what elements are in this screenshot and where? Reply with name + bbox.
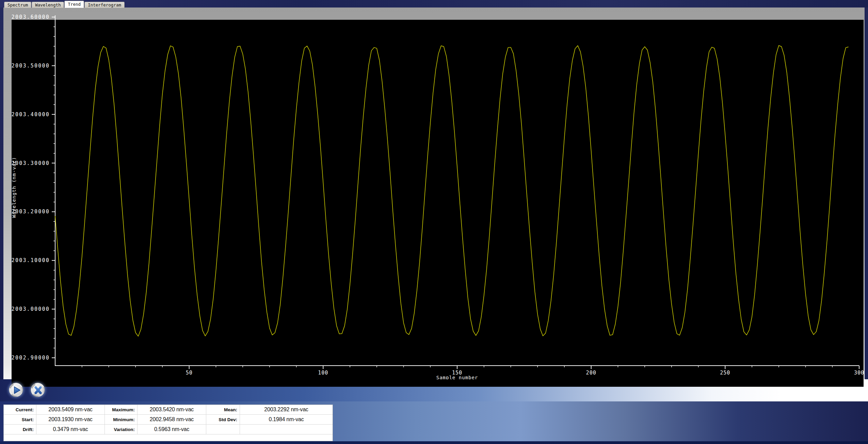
- svg-text:250: 250: [720, 370, 730, 376]
- stat-value-minimum: 2002.9458 nm-vac: [138, 415, 206, 425]
- close-button[interactable]: [31, 383, 45, 397]
- tab-interferogram[interactable]: Interferogram: [84, 2, 125, 8]
- tab-spectrum[interactable]: Spectrum: [4, 2, 31, 8]
- svg-text:Sample number: Sample number: [436, 375, 478, 379]
- stat-label-maximum: Maximum:: [105, 405, 138, 415]
- tab-trend[interactable]: Trend: [64, 1, 84, 8]
- stat-value-current: 2003.5409 nm-vac: [36, 405, 105, 415]
- svg-text:2003.40000: 2003.40000: [12, 111, 50, 118]
- window-bottom-band: [0, 441, 868, 444]
- svg-text:300: 300: [854, 370, 864, 376]
- svg-text:2003.50000: 2003.50000: [12, 63, 50, 69]
- svg-text:2003.60000: 2003.60000: [12, 14, 50, 20]
- stat-label-drift: Drift:: [4, 425, 36, 434]
- svg-text:200: 200: [586, 370, 596, 376]
- svg-text:Wavelength (nm-vac): Wavelength (nm-vac): [11, 157, 17, 218]
- stat-value-stddev: 0.1984 nm-vac: [240, 415, 333, 425]
- svg-text:2003.30000: 2003.30000: [12, 160, 50, 166]
- svg-text:2003.20000: 2003.20000: [12, 209, 50, 215]
- stats-table: Current: 2003.5409 nm-vac Maximum: 2003.…: [3, 404, 333, 441]
- trend-chart: 2002.900002003.000002003.100002003.20000…: [0, 0, 868, 379]
- stats-table-empty-row: [4, 434, 333, 441]
- x-icon: [32, 384, 44, 396]
- stat-label-start: Start:: [4, 415, 36, 425]
- stat-value-mean: 2003.2292 nm-vac: [240, 405, 333, 415]
- svg-text:2002.90000: 2002.90000: [12, 355, 50, 361]
- stat-value-blank: [240, 425, 333, 434]
- stat-label-variation: Variation:: [105, 425, 138, 434]
- stat-value-maximum: 2003.5420 nm-vac: [138, 405, 206, 415]
- play-button[interactable]: [9, 383, 23, 397]
- svg-text:100: 100: [318, 370, 328, 376]
- stat-label-minimum: Minimum:: [105, 415, 138, 425]
- play-icon: [11, 384, 22, 396]
- stat-label-stddev: Std Dev:: [206, 415, 240, 425]
- svg-text:50: 50: [186, 370, 193, 376]
- svg-text:2003.00000: 2003.00000: [12, 306, 50, 312]
- stat-label-mean: Mean:: [206, 405, 240, 415]
- tab-bar: Spectrum Wavelength Trend Interferogram: [4, 1, 125, 8]
- stat-value-variation: 0.5963 nm-vac: [138, 425, 206, 434]
- stat-label-blank: [206, 425, 240, 434]
- svg-text:2003.10000: 2003.10000: [12, 257, 50, 263]
- stat-value-start: 2003.1930 nm-vac: [36, 415, 105, 425]
- stat-value-drift: 0.3479 nm-vac: [36, 425, 105, 434]
- tab-wavelength[interactable]: Wavelength: [32, 2, 64, 8]
- stat-label-current: Current:: [4, 405, 36, 415]
